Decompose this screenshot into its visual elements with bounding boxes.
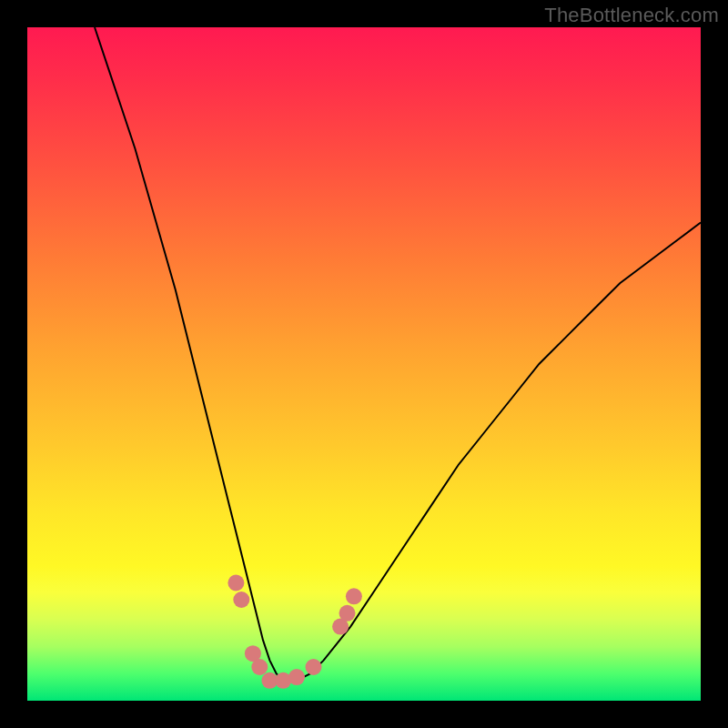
chart-svg	[27, 27, 701, 701]
watermark-text: TheBottleneck.com	[544, 4, 719, 27]
bottleneck-curve-path	[95, 27, 701, 681]
chart-marker	[251, 659, 268, 675]
bottleneck-curve	[95, 27, 701, 681]
chart-plot-area	[27, 27, 701, 701]
chart-marker	[233, 592, 249, 608]
chart-markers	[228, 575, 362, 689]
chart-marker	[346, 588, 362, 604]
chart-marker	[339, 605, 356, 622]
chart-marker	[228, 575, 244, 592]
chart-marker	[306, 659, 322, 675]
chart-frame: TheBottleneck.com	[0, 0, 728, 728]
chart-marker	[288, 669, 305, 685]
